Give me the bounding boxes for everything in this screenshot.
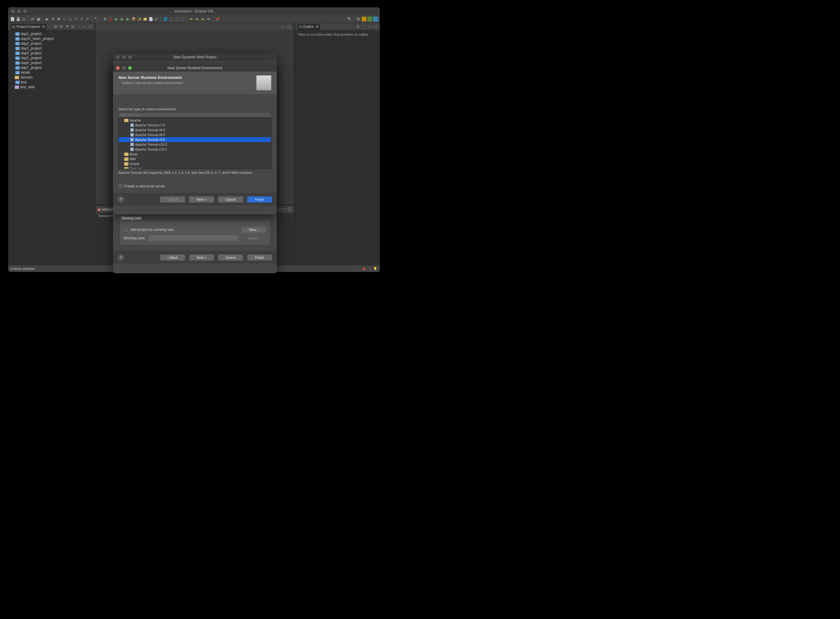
chevron-right-icon[interactable]: › — [121, 167, 123, 169]
perspective-open-icon[interactable]: ⊞ — [356, 16, 361, 21]
search-project-icon[interactable]: 🌐 — [163, 16, 168, 21]
expand-arrow-icon[interactable]: › — [11, 76, 13, 79]
chevron-right-icon[interactable]: › — [121, 153, 123, 155]
perspective-java-icon[interactable] — [373, 16, 378, 21]
new-server-icon[interactable]: 📦 — [131, 16, 136, 21]
step-into-icon[interactable]: ↘ — [68, 16, 73, 21]
new-class-icon[interactable]: 📄 — [148, 16, 153, 21]
project-tree[interactable]: day1_project day10_team_project day2_pro… — [8, 30, 95, 91]
runtime-category-apache[interactable]: ⌄Apache — [119, 118, 271, 123]
dwp-cancel-button[interactable]: Cancel — [218, 254, 243, 260]
ant-icon[interactable]: ⚙ — [103, 16, 107, 21]
runtime-cancel-button[interactable]: Cancel — [218, 196, 243, 202]
coverage-icon[interactable]: ▶ — [120, 16, 124, 21]
runtime-category-ibm[interactable]: ›IBM — [119, 157, 271, 161]
minimize-window-icon[interactable] — [17, 9, 21, 13]
step-over-icon[interactable]: ↷ — [73, 16, 78, 21]
debug-icon[interactable]: 🐞 — [108, 16, 113, 21]
zoom-window-icon[interactable] — [23, 9, 27, 13]
stop-icon[interactable]: ■ — [56, 16, 61, 21]
project-item-testweb[interactable]: ›test_web — [8, 85, 95, 90]
project-item[interactable]: day10_team_project — [8, 36, 95, 41]
build-icon[interactable]: 🔨 — [94, 16, 98, 21]
close-window-icon[interactable] — [11, 9, 15, 13]
project-item[interactable]: day4_project — [8, 51, 95, 55]
minimize-editor-icon[interactable]: ― — [281, 24, 285, 29]
zoom-dialog-icon[interactable] — [128, 55, 132, 59]
minimize-view-icon[interactable]: ― — [282, 207, 287, 211]
pin-icon[interactable]: 📌 — [215, 16, 220, 21]
new-icon[interactable]: 📄 — [10, 16, 15, 21]
terminal-icon[interactable]: ▣ — [36, 16, 41, 21]
more-icon[interactable]: ⋮ — [368, 267, 372, 271]
debug-run-icon[interactable]: ▶ — [45, 16, 49, 21]
task-icon[interactable]: ⬚ — [169, 16, 173, 21]
project-item[interactable]: day6_project — [8, 60, 95, 65]
dwp-next-button[interactable]: Next > — [189, 254, 214, 260]
project-item[interactable]: kktalk — [8, 70, 95, 75]
help-icon[interactable]: ? — [118, 254, 124, 260]
explorer-tab[interactable]: 🗂 Project Explorer ✕ — [10, 23, 47, 30]
status-menu-icon[interactable]: ⋮ — [357, 267, 360, 271]
pause-icon[interactable]: ⏸ — [51, 16, 55, 21]
disconnect-icon[interactable]: ⤳ — [62, 16, 67, 21]
project-item[interactable]: day3_project — [8, 46, 95, 51]
runtime-item[interactable]: Apache Tomcat v8.5 — [119, 132, 271, 137]
outline-tab[interactable]: ⊟ Outline ✕ — [297, 23, 321, 30]
maximize-editor-icon[interactable]: ▢ — [287, 24, 292, 29]
back-nav-icon[interactable]: ⬅ — [189, 16, 194, 21]
maximize-view-icon[interactable]: ▢ — [288, 207, 292, 211]
runtime-finish-button[interactable]: Finish — [247, 196, 272, 202]
project-item[interactable]: test — [8, 80, 95, 85]
search-icon[interactable]: 🔍 — [347, 16, 352, 21]
help-icon[interactable]: ? — [118, 196, 124, 202]
focus-icon[interactable]: ⊡ — [357, 24, 361, 29]
save-all-icon[interactable]: 🗂 — [21, 16, 26, 21]
window-titlebar[interactable]: workspace - Eclipse IDE — [8, 7, 380, 15]
runtime-item-selected[interactable]: Apache Tomcat v9.0 — [119, 137, 271, 142]
run-last-icon[interactable]: ▶ — [125, 16, 130, 21]
save-icon[interactable]: 💾 — [16, 16, 21, 21]
drop-frame-icon[interactable]: ↶ — [85, 16, 90, 21]
collapse-all-icon[interactable]: ⊟ — [54, 24, 58, 29]
zoom-dialog-icon[interactable] — [128, 66, 132, 70]
switch-icon[interactable]: ⇄ — [30, 16, 35, 21]
project-item-servers[interactable]: ›Servers — [8, 75, 95, 80]
focus-icon[interactable]: ⊡ — [71, 24, 76, 29]
wand-icon[interactable]: 🖊 — [154, 16, 159, 21]
tip-collapse-icon[interactable]: 🔖 — [362, 267, 366, 271]
perspective-jee-icon[interactable] — [362, 16, 367, 21]
maximize-view-icon[interactable]: ▢ — [374, 24, 378, 29]
step-return-icon[interactable]: ↗ — [79, 16, 84, 21]
close-dialog-icon[interactable] — [116, 66, 120, 70]
runtime-item[interactable]: Apache Tomcat v7.0 — [119, 123, 271, 127]
add-working-set-checkbox[interactable] — [124, 228, 127, 232]
chevron-right-icon[interactable]: › — [121, 157, 123, 160]
tip-of-day-icon[interactable]: 💡 — [373, 267, 377, 271]
working-sets-combo[interactable] — [148, 235, 239, 241]
runtime-category-oracle[interactable]: ›Oracle — [119, 161, 271, 166]
close-tab-icon[interactable]: ✕ — [42, 25, 45, 29]
project-item[interactable]: day5_project — [8, 55, 95, 60]
run-icon[interactable]: ▶ — [114, 16, 119, 21]
runtime-tree[interactable]: ⌄Apache Apache Tomcat v7.0 Apache Tomcat… — [118, 118, 272, 169]
link-icon[interactable]: ⬚ — [175, 16, 179, 21]
chevron-right-icon[interactable]: › — [121, 162, 123, 165]
forward-icon[interactable]: ➡ — [206, 16, 211, 21]
minimize-dialog-icon[interactable] — [122, 55, 126, 59]
dwp-back-button[interactable]: < Back — [160, 254, 185, 260]
view-menu-icon[interactable]: ⋮ — [77, 24, 81, 29]
new-working-set-button[interactable]: New... — [242, 227, 266, 233]
new-package-icon[interactable]: 📁 — [143, 16, 148, 21]
markers-tab[interactable]: Marker — [102, 207, 113, 212]
perspective-debug-icon[interactable] — [367, 16, 372, 21]
project-item[interactable]: day1_project — [8, 31, 95, 36]
toggle-icon[interactable]: ⬚ — [180, 16, 185, 21]
expand-arrow-icon[interactable]: › — [11, 85, 13, 88]
filter-icon[interactable]: ▼ — [66, 24, 70, 29]
view-menu-icon[interactable]: ⋮ — [362, 24, 367, 29]
runtime-next-button[interactable]: Next > — [189, 196, 214, 202]
runtime-item[interactable]: Apache Tomcat v10.1 — [119, 147, 271, 152]
runtime-item[interactable]: Apache Tomcat v8.0 — [119, 127, 271, 132]
maximize-view-icon[interactable]: ▢ — [88, 24, 93, 29]
